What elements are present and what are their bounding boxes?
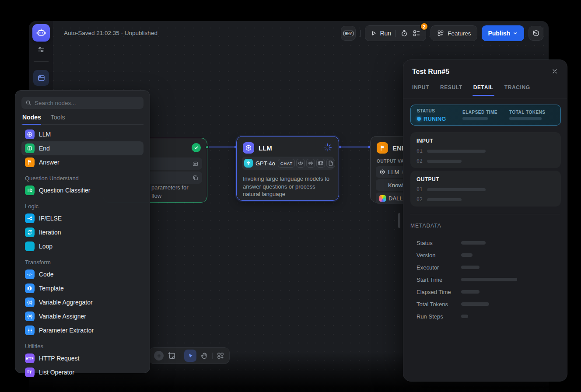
palette-item-template[interactable]: Template [21, 281, 144, 295]
palette-item-label: LLM [39, 131, 51, 138]
output-port[interactable] [205, 145, 209, 149]
palette-item-answer[interactable]: Answer [21, 155, 144, 169]
palette-item-list-operator[interactable]: List Operator [21, 365, 144, 379]
vision-icon [296, 159, 305, 168]
palette-item-iteration[interactable]: Iteration [21, 225, 144, 239]
template-icon [27, 285, 33, 291]
palette-item-variable-assigner[interactable]: {=}Variable Assigner [21, 309, 144, 323]
palette-tab-tools[interactable]: Tools [51, 114, 65, 124]
stopwatch-icon[interactable] [400, 29, 408, 37]
run-tab-input[interactable]: INPUT [412, 84, 429, 96]
metadata-row: Total Tokens [416, 298, 560, 310]
publish-button[interactable]: Publish [482, 25, 524, 41]
organize-nodes-icon[interactable] [217, 352, 224, 360]
llm-node[interactable]: LLM GPT-4o CHAT Invoking large language … [236, 136, 339, 201]
text-field-icon [192, 161, 199, 167]
workflow-settings-icon[interactable] [37, 46, 45, 53]
io-row: 02 [416, 158, 555, 164]
llm-icon [243, 142, 254, 154]
palette-item-label: Variable Assigner [39, 313, 86, 320]
add-note-icon[interactable] [168, 352, 176, 360]
copy-icon [192, 175, 199, 181]
close-icon[interactable] [551, 68, 559, 76]
header-separator [360, 30, 360, 37]
skeleton-bar [461, 302, 489, 306]
palette-item-llm[interactable]: LLM [21, 127, 144, 141]
palette-item-if-else[interactable]: IF/ELSE [21, 211, 144, 225]
env-icon: ENV [343, 31, 354, 36]
run-panel-tabs: INPUTRESULTDETAILTRACING [412, 84, 530, 96]
version-history-button[interactable] [528, 26, 543, 41]
run-tab-tracing[interactable]: TRACING [504, 84, 530, 96]
document-icon [326, 159, 335, 168]
model-selector[interactable]: GPT-4o CHAT [242, 157, 334, 170]
output-card: OUTPUT 0102 [410, 171, 561, 206]
run-tab-detail[interactable]: DETAIL [473, 84, 494, 96]
metadata-label: Version [416, 252, 461, 259]
app-logo[interactable] [32, 24, 50, 42]
run-tab-result[interactable]: RESULT [440, 84, 462, 96]
palette-item-loop[interactable]: Loop [21, 239, 144, 253]
run-button[interactable]: Run [371, 30, 391, 37]
model-capability-tags: CHAT [278, 159, 336, 168]
pointer-tool-button[interactable] [184, 350, 196, 362]
notification-badge[interactable]: 2 [420, 22, 428, 31]
palette-item-end[interactable]: End [21, 141, 144, 155]
palette-item-label: Variable Aggregator [39, 299, 93, 306]
panel-resize-handle[interactable] [398, 213, 400, 228]
if-else-icon [25, 214, 35, 223]
metadata-row: Start Time [416, 273, 560, 286]
palette-item-variable-aggregator[interactable]: {x}Variable Aggregator [21, 295, 144, 309]
palette-section-label: Utilities [21, 337, 144, 351]
env-button[interactable]: ENV [341, 26, 356, 41]
features-button[interactable]: Features [430, 25, 477, 41]
code-icon: </> [25, 270, 35, 279]
question-classifier-icon [27, 187, 33, 193]
parameter-extractor-icon [27, 328, 33, 333]
palette-item-label: Iteration [39, 229, 61, 236]
metadata-row: Executor [416, 261, 560, 273]
hand-tool-icon[interactable] [200, 352, 208, 360]
running-spinner-icon [323, 143, 332, 152]
parameter-extractor-icon [25, 326, 35, 335]
audio-icon [308, 160, 314, 166]
video-icon [318, 160, 324, 166]
palette-item-code[interactable]: </>Code [21, 267, 144, 281]
palette-item-http-request[interactable]: HTTPHTTP Request [21, 351, 144, 365]
if-else-icon [27, 215, 33, 221]
palette-item-label: Loop [39, 243, 52, 250]
edge-llm-to-end [339, 147, 370, 147]
edge-start-to-llm [207, 147, 236, 147]
palette-list: LLMEndAnswerQuestion UnderstandQuestion … [21, 127, 144, 379]
node-search-box[interactable] [21, 97, 144, 109]
variable-aggregator-icon: {x} [25, 298, 35, 307]
skeleton-bar [461, 315, 468, 318]
add-node-button[interactable] [154, 351, 164, 360]
palette-item-parameter-extractor[interactable]: Parameter Extractor [21, 323, 144, 337]
llm-icon [25, 130, 35, 139]
success-check-icon [192, 143, 201, 152]
checklist-icon[interactable] [413, 29, 420, 37]
preview-button[interactable] [33, 70, 49, 86]
palette-tab-nodes[interactable]: Nodes [22, 114, 41, 124]
video-icon [316, 159, 325, 168]
iteration-icon [25, 228, 35, 237]
variable-aggregator-icon: {x} [27, 300, 32, 304]
end-flag-icon [377, 142, 388, 154]
header-actions: ENV Run 2 Feat [341, 25, 543, 41]
metadata-title: METADATA [410, 223, 441, 229]
skeleton-bar [461, 241, 486, 245]
palette-item-question-classifier[interactable]: Question Classifier [21, 183, 144, 197]
metadata-row: Run Steps [416, 310, 560, 322]
document-icon [328, 160, 334, 166]
tabs-divider [403, 98, 567, 98]
llm-node-title: LLM [259, 144, 272, 152]
search-input[interactable] [35, 100, 140, 106]
palette-item-label: Question Classifier [39, 187, 91, 194]
canvas-toolbar [149, 347, 230, 364]
status-column: ELAPSED TIME [462, 110, 509, 120]
palette-section-label: Transform [21, 253, 144, 267]
variable-source-label: LLM [388, 169, 399, 175]
palette-item-label: IF/ELSE [39, 215, 62, 222]
autosave-status: Auto-Saved 21:02:35 · Unpublished [64, 30, 158, 36]
